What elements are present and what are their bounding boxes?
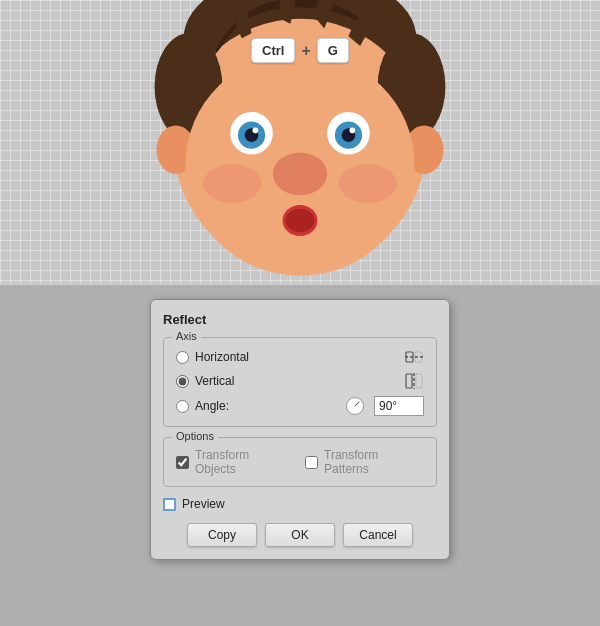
- horizontal-radio[interactable]: [176, 351, 189, 364]
- vertical-reflect-icon: [404, 372, 424, 390]
- svg-point-15: [252, 127, 258, 133]
- dialog-title: Reflect: [163, 312, 437, 327]
- ok-button[interactable]: OK: [265, 523, 335, 547]
- options-row: Transform Objects Transform Patterns: [176, 448, 424, 476]
- angle-radio[interactable]: [176, 400, 189, 413]
- angle-label: Angle:: [195, 399, 340, 413]
- svg-rect-23: [406, 374, 412, 388]
- options-group: Options Transform Objects Transform Patt…: [163, 437, 437, 487]
- svg-point-19: [285, 209, 314, 232]
- angle-input[interactable]: [374, 396, 424, 416]
- preview-row: Preview: [163, 497, 437, 511]
- canvas-area: Ctrl + G: [0, 0, 600, 285]
- preview-checkbox-visual: [163, 498, 176, 511]
- vertical-label: Vertical: [195, 374, 398, 388]
- axis-group: Axis Horizontal Vertical: [163, 337, 437, 427]
- copy-button[interactable]: Copy: [187, 523, 257, 547]
- svg-point-7: [203, 164, 261, 203]
- svg-rect-24: [416, 374, 422, 388]
- angle-dial: [346, 397, 364, 415]
- angle-row: Angle:: [176, 396, 424, 416]
- horizontal-label: Horizontal: [195, 350, 398, 364]
- horizontal-reflect-icon: [404, 348, 424, 366]
- cancel-button[interactable]: Cancel: [343, 523, 413, 547]
- transform-patterns-checkbox[interactable]: [305, 456, 318, 469]
- preview-label: Preview: [182, 497, 225, 511]
- options-group-label: Options: [172, 430, 218, 442]
- ctrl-key: Ctrl: [251, 38, 295, 63]
- transform-objects-checkbox[interactable]: [176, 456, 189, 469]
- vertical-row: Vertical: [176, 372, 424, 390]
- svg-point-16: [349, 127, 355, 133]
- reflect-dialog: Reflect Axis Horizontal Vertical: [150, 299, 450, 560]
- svg-point-17: [273, 153, 327, 196]
- g-key: G: [317, 38, 349, 63]
- svg-point-8: [339, 164, 397, 203]
- plus-sign: +: [301, 42, 310, 60]
- vertical-radio[interactable]: [176, 375, 189, 388]
- shortcut-overlay: Ctrl + G: [251, 38, 349, 63]
- horizontal-row: Horizontal: [176, 348, 424, 366]
- axis-group-label: Axis: [172, 330, 201, 342]
- button-row: Copy OK Cancel: [163, 523, 437, 547]
- transform-patterns-label: Transform Patterns: [324, 448, 424, 476]
- transform-objects-label: Transform Objects: [195, 448, 291, 476]
- dialog-backdrop: Reflect Axis Horizontal Vertical: [0, 285, 600, 626]
